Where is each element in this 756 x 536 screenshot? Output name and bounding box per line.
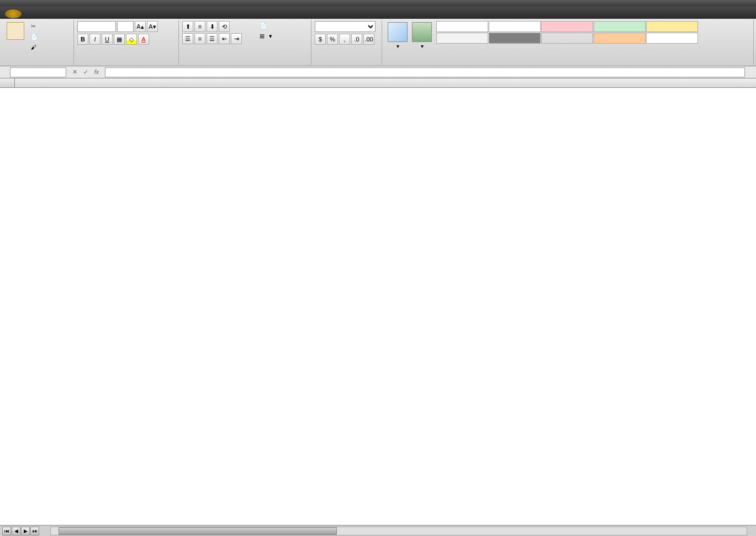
last-sheet[interactable]: ⏭ (30, 527, 39, 535)
align-bottom[interactable]: ⬇ (207, 21, 218, 32)
shrink-font-button[interactable]: A▾ (147, 21, 158, 32)
style-normal-ad[interactable] (436, 21, 488, 32)
style-bad[interactable] (541, 21, 593, 32)
style-good[interactable] (594, 21, 646, 32)
border-button[interactable]: ▦ (114, 34, 125, 45)
style-check-cell[interactable] (489, 33, 541, 44)
format-as-table[interactable]: ▾ (410, 21, 434, 50)
style-explanatory[interactable] (541, 33, 593, 44)
style-input[interactable] (594, 33, 646, 44)
wrap-text-button[interactable]: 📄 (256, 21, 276, 30)
name-box[interactable] (10, 67, 66, 77)
align-middle[interactable]: ≡ (194, 21, 205, 32)
style-linked[interactable] (646, 33, 698, 44)
decrease-decimal[interactable]: .00 (363, 34, 374, 45)
underline-button[interactable]: U (102, 34, 113, 45)
font-size-combo[interactable] (117, 21, 134, 32)
comma-button[interactable]: , (339, 34, 350, 45)
align-right[interactable]: ☰ (207, 33, 218, 44)
horizontal-scrollbar[interactable] (50, 527, 747, 535)
number-format-combo[interactable] (315, 21, 376, 32)
fx-button[interactable]: fx (92, 69, 102, 76)
grow-font-button[interactable]: A▴ (135, 21, 146, 32)
select-all-corner[interactable] (0, 78, 15, 87)
prev-sheet[interactable]: ◀ (12, 527, 20, 535)
currency-button[interactable]: $ (315, 34, 326, 45)
decrease-indent[interactable]: ⇤ (219, 33, 230, 44)
alignment-label (182, 62, 308, 64)
spreadsheet-grid (0, 88, 756, 508)
font-name-combo[interactable] (77, 21, 116, 32)
paste-button[interactable] (6, 21, 25, 42)
formula-bar[interactable] (105, 67, 745, 77)
font-label (77, 62, 175, 64)
italic-button[interactable]: I (89, 34, 101, 45)
align-top[interactable]: ⬆ (182, 21, 193, 32)
enter-formula[interactable]: ✓ (81, 69, 91, 76)
conditional-formatting[interactable]: ▾ (385, 21, 410, 50)
first-sheet[interactable]: ⏮ (2, 527, 11, 535)
align-center[interactable]: ≡ (194, 33, 205, 44)
column-headers (0, 78, 756, 88)
increase-decimal[interactable]: .0 (351, 34, 362, 45)
percent-button[interactable]: % (327, 34, 338, 45)
styles-label (385, 62, 750, 64)
align-left[interactable]: ☰ (182, 33, 193, 44)
sheet-tab-bar: ⏮ ◀ ▶ ⏭ (0, 525, 756, 536)
ribbon: ✂ 📄 🖌 A▴ A▾ B I U ▦ ◇ A (0, 19, 756, 66)
number-label (315, 62, 378, 64)
orientation[interactable]: ⟲ (219, 21, 230, 32)
merge-center-button[interactable]: ⊞ ▾ (256, 31, 276, 41)
style-normal[interactable] (489, 21, 541, 32)
style-neutral[interactable] (646, 21, 698, 32)
cut-button[interactable]: ✂ (28, 22, 38, 31)
font-color-button[interactable]: A (138, 34, 149, 45)
copy-button[interactable]: 📄 (28, 32, 40, 41)
bold-button[interactable]: B (77, 34, 88, 45)
increase-indent[interactable]: ⇥ (231, 33, 242, 44)
clipboard-label (6, 62, 70, 64)
style-calculation[interactable] (436, 33, 488, 44)
format-painter-button[interactable]: 🖌 (28, 43, 39, 52)
next-sheet[interactable]: ▶ (21, 527, 30, 535)
ribbon-tabs (0, 7, 756, 19)
office-button[interactable] (4, 9, 22, 19)
fill-color-button[interactable]: ◇ (126, 34, 137, 45)
cancel-formula[interactable]: ✕ (70, 69, 80, 76)
